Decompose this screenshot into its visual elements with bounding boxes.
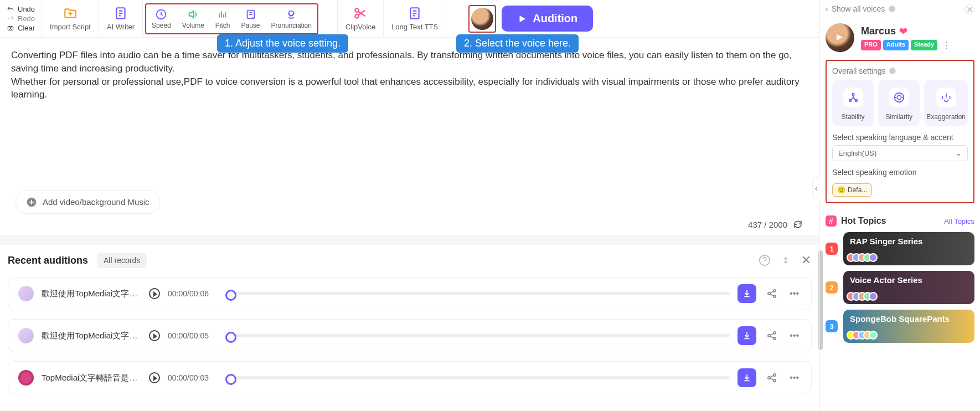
share-button[interactable] <box>764 286 780 301</box>
pronunciation-button[interactable]: Pronunciation <box>266 4 317 33</box>
help-icon[interactable] <box>759 254 771 266</box>
share-icon <box>766 372 777 383</box>
stability-label: Stability <box>842 113 865 121</box>
voice-avatar[interactable] <box>826 23 854 52</box>
sort-icon[interactable] <box>781 254 791 266</box>
language-select[interactable]: English(US) ⌄ <box>832 145 968 161</box>
overall-settings-label: Overall settings <box>832 66 885 75</box>
close-sidebar-button[interactable]: ✕ <box>964 4 974 14</box>
similarity-icon <box>889 88 909 107</box>
long-text-label: Long Text TTS <box>391 23 438 31</box>
play-button[interactable] <box>149 372 160 383</box>
callout-voice-setting: 1. Adjust the voice setting. <box>217 34 348 53</box>
show-all-voices-button[interactable]: ‹ Show all voices <box>826 4 974 13</box>
topic-card: Voice Actor Series <box>843 271 974 304</box>
play-icon <box>517 14 527 24</box>
heart-icon[interactable]: ❤ <box>899 25 907 38</box>
share-button[interactable] <box>764 328 780 343</box>
redo-button[interactable]: Redo <box>7 14 35 23</box>
close-icon[interactable] <box>801 254 812 265</box>
download-button[interactable] <box>737 284 756 303</box>
play-button[interactable] <box>149 288 160 299</box>
download-icon <box>742 373 751 382</box>
mini-avatars <box>850 331 878 340</box>
speed-icon <box>155 8 167 20</box>
clipvoice-button[interactable]: ClipVoice <box>337 0 384 37</box>
share-button[interactable] <box>764 370 780 386</box>
play-button[interactable] <box>149 330 160 341</box>
topic-title: RAP Singer Series <box>850 237 922 246</box>
editor-paragraph-2: Whether for personal or professional use… <box>11 75 808 102</box>
svg-point-6 <box>355 14 359 18</box>
voice-name-label: Marcus <box>861 25 896 37</box>
add-media-label: Add video/background Music <box>43 196 149 208</box>
toolbar: Undo Redo Clear Import Script AI Writer … <box>0 0 819 38</box>
hot-topics-title: Hot Topics <box>841 216 886 226</box>
volume-button[interactable]: Volume <box>177 4 210 33</box>
pause-icon <box>245 8 257 20</box>
rank-badge: 2 <box>826 281 838 294</box>
clear-icon <box>7 24 14 32</box>
stability-button[interactable]: Stability <box>832 80 874 126</box>
language-label: Select speaking language & accent <box>832 133 968 142</box>
download-icon <box>742 289 751 298</box>
ai-writer-button[interactable]: AI Writer <box>99 0 143 37</box>
hot-topic-item[interactable]: 1 RAP Singer Series <box>826 232 974 265</box>
text-editor[interactable]: Converting PDF files into audio can be a… <box>0 38 819 219</box>
hot-topic-item[interactable]: 3 SpongeBob SquarePants <box>826 310 974 343</box>
all-topics-button[interactable]: All Topics <box>944 217 974 225</box>
progress-track[interactable] <box>225 376 730 379</box>
speed-button[interactable]: Speed <box>146 4 177 33</box>
refresh-icon[interactable] <box>793 219 803 229</box>
pronunciation-label: Pronunciation <box>271 22 312 29</box>
record-time: 00:00/00:05 <box>168 331 218 340</box>
voice-avatar-selector[interactable] <box>468 5 496 33</box>
download-button[interactable] <box>737 368 756 387</box>
record-time: 00:00/00:06 <box>168 289 218 298</box>
badge-steady: Steady <box>911 40 937 50</box>
progress-track[interactable] <box>225 292 730 295</box>
chevron-down-icon: ⌄ <box>956 149 962 157</box>
progress-track[interactable] <box>225 334 730 337</box>
import-script-button[interactable]: Import Script <box>42 0 99 37</box>
long-text-button[interactable]: Long Text TTS <box>384 0 446 37</box>
share-icon <box>766 288 777 299</box>
audition-button[interactable]: Audition <box>502 6 593 32</box>
clipvoice-label: ClipVoice <box>345 23 375 31</box>
voice-more-button[interactable]: ⋮ <box>940 40 953 50</box>
badge-pro: PRO <box>861 40 881 50</box>
plus-circle-icon <box>26 197 37 208</box>
topic-card: RAP Singer Series <box>843 232 974 265</box>
similarity-label: Similarity <box>885 113 912 121</box>
add-media-button[interactable]: Add video/background Music <box>16 190 160 214</box>
volume-icon <box>187 8 199 20</box>
hot-topic-item[interactable]: 2 Voice Actor Series <box>826 271 974 304</box>
record-title: 歡迎使用TopMediai文字轉語... <box>42 289 141 299</box>
svg-point-21 <box>852 94 854 96</box>
pitch-label: Pitch <box>215 22 230 29</box>
download-button[interactable] <box>737 326 756 345</box>
emotion-label: Select speaking emotion <box>832 168 968 177</box>
undo-button[interactable]: Undo <box>7 5 35 13</box>
hash-icon: # <box>826 215 837 227</box>
similarity-button[interactable]: Similarity <box>878 80 920 126</box>
chevron-left-icon: ‹ <box>826 4 828 13</box>
more-button[interactable]: ••• <box>787 286 801 301</box>
svg-point-20 <box>890 68 896 74</box>
pitch-button[interactable]: Pitch <box>210 4 236 33</box>
callout-select-voice: 2. Select the voice here. <box>456 34 579 53</box>
mini-avatars <box>850 292 878 301</box>
collapse-sidebar-button[interactable]: ‹ <box>812 177 820 199</box>
pause-button[interactable]: Pause <box>236 4 266 33</box>
badge-adults: Adults <box>883 40 909 50</box>
download-icon <box>742 331 751 340</box>
more-button[interactable]: ••• <box>787 371 801 385</box>
import-script-label: Import Script <box>50 23 91 31</box>
sidebar: ‹ ✕ ‹ Show all voices Marcus ❤ PRO Adult… <box>819 0 980 411</box>
more-button[interactable]: ••• <box>787 328 801 343</box>
clear-button[interactable]: Clear <box>7 24 35 32</box>
all-records-button[interactable]: All records <box>97 253 147 268</box>
exaggeration-button[interactable]: Exaggeration <box>924 80 968 126</box>
emotion-select[interactable]: 🙂 Defa... <box>832 183 872 197</box>
record-title: TopMediai文字轉語音是一款... <box>42 373 141 383</box>
